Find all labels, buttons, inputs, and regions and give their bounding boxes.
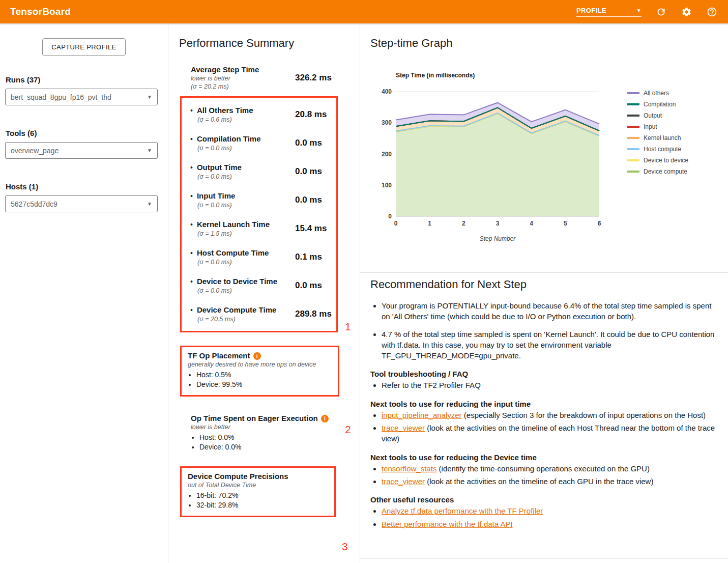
metric-label: Device to Device Time <box>197 277 277 286</box>
tools-select[interactable]: overview_page ▼ <box>5 142 158 159</box>
recommendation-bullet: Your program is POTENTIALLY input-bound … <box>382 300 717 322</box>
list-item: Host: 0.0% <box>199 433 360 441</box>
link[interactable]: Better performance with the tf.data API <box>382 520 513 528</box>
device-compute-precisions-box: Device Compute Precisions out of Total D… <box>180 466 336 517</box>
metric-row: •Compilation Time(σ = 0.0 ms)0.0 ms <box>182 129 336 157</box>
capture-profile-button[interactable]: CAPTURE PROFILE <box>42 38 125 56</box>
x-tick-label: 3 <box>496 220 500 227</box>
legend-item: All others <box>627 90 688 97</box>
average-step-time-row: Average Step Time lower is better (σ = 2… <box>179 65 360 90</box>
link[interactable]: Analyze tf.data performance with the TF … <box>382 506 543 515</box>
bullet-icon: • <box>190 220 193 229</box>
bullet-icon: • <box>190 192 193 200</box>
legend-label: Input <box>644 123 657 130</box>
list-item: tensorflow_stats (identify the time-cons… <box>382 463 717 474</box>
eager-execution-block: Op Time Spent on Eager Executioni lower … <box>179 414 360 451</box>
legend-item: Compilation <box>627 101 688 108</box>
link[interactable]: input_pipeline_analyzer <box>382 411 462 419</box>
legend-item: Kernel launch <box>627 134 688 142</box>
metric-sigma: (σ = 1.5 ms) <box>197 230 295 237</box>
annotation-label-2: 2 <box>345 424 351 436</box>
bullet-icon: • <box>190 163 193 172</box>
x-tick-label: 6 <box>598 220 601 227</box>
metric-value: 15.4 ms <box>295 223 327 234</box>
metric-row: •Device Compute Time(σ = 20.5 ms)289.8 m… <box>182 300 336 328</box>
chevron-down-icon: ▼ <box>636 8 642 13</box>
legend-label: Host compute <box>644 146 681 153</box>
help-button[interactable] <box>706 6 718 18</box>
chart-legend: All othersCompilationOutputInputKernel l… <box>627 90 688 175</box>
tf-op-placement-title-text: TF Op Placement <box>188 351 250 360</box>
annotation-label-1: 1 <box>345 321 351 333</box>
metric-row: •Kernel Launch Time(σ = 1.5 ms)15.4 ms <box>182 214 336 243</box>
chart-title: Step Time (in milliseconds) <box>396 72 475 79</box>
legend-swatch <box>627 103 639 105</box>
list-item: 16-bit: 70.2% <box>196 491 328 499</box>
tf-op-placement-title: TF Op Placementi <box>188 351 332 360</box>
metric-label: Compilation Time <box>197 134 261 143</box>
device-compute-precisions-list: 16-bit: 70.2%32-bit: 29.8% <box>188 491 328 509</box>
section-list: Refer to the TF2 Profiler FAQ <box>370 380 717 390</box>
metric-sigma: (σ = 0.0 ms) <box>197 145 295 152</box>
runs-select[interactable]: bert_squad_8gpu_fp16_pvt_thd ▼ <box>5 89 158 105</box>
step-time-graph-title: Step-time Graph <box>370 37 728 50</box>
dashboard-select-value: PROFILE <box>576 7 606 14</box>
runs-group: Runs (37) bert_squad_8gpu_fp16_pvt_thd ▼ <box>0 75 168 105</box>
device-compute-precisions-title: Device Compute Precisions <box>188 472 328 481</box>
settings-button[interactable] <box>680 6 692 18</box>
eager-execution-note: lower is better <box>191 424 360 431</box>
bullet-icon: • <box>190 135 193 143</box>
x-tick-label: 0 <box>394 220 398 227</box>
metric-title-line: •All Others Time <box>190 106 295 115</box>
reload-button[interactable] <box>655 6 667 18</box>
tools-label: Tools (6) <box>6 129 168 137</box>
average-step-time-sigma: (σ = 20.2 ms) <box>191 83 295 90</box>
legend-swatch <box>627 148 639 150</box>
y-tick-label: 200 <box>382 151 392 158</box>
list-item: Device: 99.5% <box>196 380 332 388</box>
legend-label: Device to device <box>644 157 688 164</box>
recommendation-bullets: Your program is POTENTIALLY input-bound … <box>370 300 717 361</box>
graph-card-divider <box>360 272 728 273</box>
link-description: (identify the time-consuming operations … <box>436 464 650 473</box>
tools-group: Tools (6) overview_page ▼ <box>0 129 168 159</box>
metric-sigma: (σ = 0.0 ms) <box>197 259 295 266</box>
dashboard-select[interactable]: PROFILE ▼ <box>576 7 642 17</box>
metric-label-group: •Output Time(σ = 0.0 ms) <box>190 163 295 180</box>
recommendation-bullet: 4.7 % of the total step time sampled is … <box>382 329 717 361</box>
top-bar-controls: PROFILE ▼ <box>576 6 718 18</box>
legend-swatch <box>627 92 639 94</box>
metric-title-line: •Kernel Launch Time <box>190 220 295 229</box>
average-step-time-label-group: Average Step Time lower is better (σ = 2… <box>191 65 295 90</box>
metric-value: 0.0 ms <box>295 280 322 291</box>
x-tick-label: 5 <box>564 220 567 227</box>
recommendation-title: Recommendation for Next Step <box>370 278 717 291</box>
link[interactable]: tensorflow_stats <box>382 464 436 473</box>
link[interactable]: trace_viewer <box>382 477 425 486</box>
legend-item: Host compute <box>627 146 688 153</box>
section-list: Analyze tf.data performance with the TF … <box>370 505 717 529</box>
average-step-time-note: lower is better <box>191 75 295 82</box>
runs-select-value: bert_squad_8gpu_fp16_pvt_thd <box>11 93 111 101</box>
list-item: trace_viewer (look at the activities on … <box>382 423 717 444</box>
metric-value: 0.1 ms <box>295 252 322 262</box>
metric-label-group: •Host Compute Time(σ = 0.0 ms) <box>190 248 295 266</box>
legend-label: Compilation <box>644 101 676 108</box>
metric-label-group: •Device to Device Time(σ = 0.0 ms) <box>190 277 295 294</box>
tools-select-value: overview_page <box>11 147 59 155</box>
link[interactable]: trace_viewer <box>382 424 425 432</box>
recommendation-section: Recommendation for Next Step Your progra… <box>370 278 717 529</box>
chevron-down-icon: ▼ <box>147 202 152 207</box>
list-item: Refer to the TF2 Profiler FAQ <box>382 380 717 390</box>
section-list: input_pipeline_analyzer (especially Sect… <box>370 410 717 444</box>
legend-item: Input <box>627 123 688 130</box>
sidebar: CAPTURE PROFILE Runs (37) bert_squad_8gp… <box>0 23 168 563</box>
top-app-bar: TensorBoard PROFILE ▼ <box>0 0 728 23</box>
metric-label: Output Time <box>197 163 242 172</box>
bullet-icon: • <box>190 306 193 314</box>
link-description: (especially Section 3 for the breakdown … <box>462 411 706 419</box>
legend-swatch <box>627 171 639 173</box>
metric-title-line: •Compilation Time <box>190 134 295 144</box>
hosts-select[interactable]: 5627c5dd7dc9 ▼ <box>5 195 158 212</box>
metric-row: •Device to Device Time(σ = 0.0 ms)0.0 ms <box>182 271 336 300</box>
